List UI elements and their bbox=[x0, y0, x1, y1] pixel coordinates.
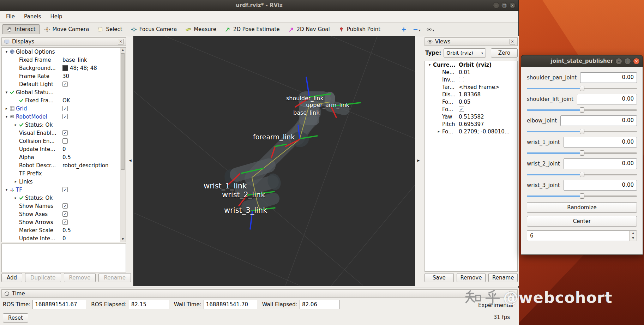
displays-panel-header[interactable]: Displays × bbox=[1, 37, 126, 46]
wrist-3-joint-value[interactable]: 0.00 bbox=[564, 180, 637, 191]
minimize-button[interactable]: – bbox=[615, 58, 622, 65]
tree-row-fixed-frame[interactable]: Fixed Framebase_link bbox=[2, 56, 126, 64]
expander-right-icon[interactable]: ▸ bbox=[13, 179, 18, 184]
expander-right-icon[interactable]: ▸ bbox=[13, 122, 18, 127]
rename-button[interactable]: Rename bbox=[488, 273, 518, 282]
tree-row-show-axes[interactable]: Show Axes✓ bbox=[2, 210, 126, 218]
tree-row-inv[interactable]: Inv... bbox=[425, 76, 517, 83]
slider-handle[interactable] bbox=[580, 86, 584, 91]
tree-row-fo[interactable]: Fo...✓ bbox=[425, 106, 517, 113]
tree-row-default-light[interactable]: Default Light✓ bbox=[2, 80, 126, 88]
scroll-down-icon[interactable]: ▼ bbox=[120, 237, 125, 242]
wrist-1-joint-value[interactable]: 0.00 bbox=[564, 137, 637, 148]
tree-row-pitch[interactable]: Pitch0.695397 bbox=[425, 120, 517, 128]
shoulder-pan-joint-value[interactable]: 0.00 bbox=[580, 72, 637, 83]
wrist-3-joint-slider[interactable] bbox=[527, 193, 637, 199]
tree-row-dis[interactable]: Dis...1.83368 bbox=[425, 91, 517, 98]
wall-time-field[interactable]: 1688891541.70 bbox=[204, 300, 257, 309]
tool-move-camera[interactable]: Move Camera bbox=[40, 24, 94, 34]
slider-handle[interactable] bbox=[580, 150, 584, 156]
collapse-left-panel-icon[interactable]: ◂ bbox=[128, 157, 133, 163]
tree-row-tf[interactable]: ▾TF✓ bbox=[2, 186, 126, 194]
randomize-button[interactable]: Randomize bbox=[527, 202, 637, 213]
tree-row-update-inte[interactable]: Update Inte...0 bbox=[2, 145, 126, 153]
checkbox-checked[interactable]: ✓ bbox=[62, 203, 68, 209]
spinner-down-icon[interactable]: ▼ bbox=[630, 236, 637, 241]
time-panel-header[interactable]: Time × bbox=[1, 289, 518, 298]
maximize-button[interactable]: □ bbox=[624, 58, 631, 65]
scrollbar[interactable]: ▲ ▼ bbox=[120, 48, 126, 242]
tree-row-frame-rate[interactable]: Frame Rate30 bbox=[2, 72, 126, 80]
expander-right-icon[interactable]: ▸ bbox=[436, 129, 441, 134]
tree-row-robotmodel[interactable]: ▾RobotModel✓ bbox=[2, 113, 126, 121]
add-tool-button[interactable] bbox=[401, 26, 407, 32]
view-type-combobox[interactable]: Orbit (rviz) ▾ bbox=[444, 48, 486, 58]
expander-down-icon[interactable]: ▾ bbox=[4, 49, 9, 54]
3d-viewport[interactable]: shoulder_linkupper_arm_linkbase_linkfore… bbox=[133, 36, 415, 286]
shoulder-pan-joint-slider[interactable] bbox=[527, 85, 637, 91]
slider-handle[interactable] bbox=[580, 193, 584, 199]
checkbox-checked[interactable]: ✓ bbox=[459, 107, 464, 112]
expander-down-icon[interactable]: ▾ bbox=[4, 187, 9, 192]
zero-button[interactable]: Zero bbox=[491, 48, 518, 58]
tree-row-global-statu[interactable]: ▾Global Statu... bbox=[2, 88, 126, 96]
checkbox-unchecked[interactable] bbox=[62, 138, 68, 144]
expander-down-icon[interactable]: ▾ bbox=[4, 114, 9, 119]
wrist-2-joint-value[interactable]: 0.00 bbox=[564, 158, 637, 169]
remove-tool-button[interactable]: ▾ bbox=[413, 26, 421, 32]
checkbox-checked[interactable]: ✓ bbox=[62, 106, 68, 111]
checkbox-checked[interactable]: ✓ bbox=[62, 82, 68, 87]
tree-row-background[interactable]: Background...48; 48; 48 bbox=[2, 64, 126, 72]
rviz-titlebar[interactable]: urdf.rviz* - RViz – □ × bbox=[0, 0, 518, 11]
remove-button[interactable]: Remove bbox=[457, 273, 486, 282]
maximize-button[interactable]: □ bbox=[501, 2, 507, 8]
tree-row-yaw[interactable]: Yaw0.513582 bbox=[425, 113, 517, 120]
tree-row-status-ok[interactable]: ▸Status: Ok bbox=[2, 194, 126, 202]
checkbox-unchecked[interactable] bbox=[459, 77, 464, 82]
reset-button[interactable]: Reset bbox=[3, 313, 28, 323]
tree-row-global-options[interactable]: ▾Global Options bbox=[2, 48, 126, 56]
tree-row-tar[interactable]: Tar...<Fixed Frame> bbox=[425, 83, 517, 91]
tree-row-status-ok[interactable]: ▸Status: Ok bbox=[2, 121, 126, 129]
expander-down-icon[interactable]: ▾ bbox=[427, 62, 432, 67]
minimize-button[interactable]: – bbox=[493, 2, 499, 8]
tool-publish-point[interactable]: Publish Point bbox=[334, 24, 385, 34]
tree-row-robot-descr[interactable]: Robot Descr...robot_description bbox=[2, 161, 126, 169]
spinner-up-icon[interactable]: ▲ bbox=[630, 231, 637, 236]
menu-help[interactable]: Help bbox=[46, 12, 67, 22]
tree-row-collision-en[interactable]: Collision En... bbox=[2, 137, 126, 145]
wall-elapsed-field[interactable]: 82.06 bbox=[300, 300, 340, 309]
scroll-up-icon[interactable]: ▲ bbox=[120, 48, 125, 53]
tool-focus-camera[interactable]: Focus Camera bbox=[127, 24, 181, 34]
view-config-button[interactable]: ▾ bbox=[426, 26, 434, 32]
collapse-right-panel-icon[interactable]: ▸ bbox=[416, 157, 421, 163]
tree-row-links[interactable]: ▸Links bbox=[2, 177, 126, 186]
jsp-titlebar[interactable]: joint_state_publisher – □ × bbox=[521, 55, 643, 67]
expander-down-icon[interactable]: ▾ bbox=[4, 90, 9, 95]
close-button[interactable]: × bbox=[633, 58, 640, 65]
wrist-1-joint-slider[interactable] bbox=[527, 150, 637, 156]
menu-panels[interactable]: Panels bbox=[19, 12, 46, 22]
shoulder-lift-joint-value[interactable]: 0.00 bbox=[577, 94, 637, 104]
tree-row-marker-scale[interactable]: Marker Scale0.5 bbox=[2, 226, 126, 234]
ros-time-field[interactable]: 1688891541.67 bbox=[32, 300, 86, 309]
add-button[interactable]: Add bbox=[1, 273, 22, 282]
views-panel-header[interactable]: Views × bbox=[425, 37, 518, 46]
tool-2d-pose-estimate[interactable]: 2D Pose Estimate bbox=[221, 24, 284, 34]
ros-elapsed-field[interactable]: 82.15 bbox=[129, 300, 169, 309]
tool-2d-nav-goal[interactable]: 2D Nav Goal bbox=[284, 24, 334, 34]
scrollbar-thumb[interactable] bbox=[121, 53, 125, 170]
center-button[interactable]: Center bbox=[527, 216, 637, 227]
tree-row-fixed-fra[interactable]: Fixed Fra...OK bbox=[2, 96, 126, 104]
checkbox-checked[interactable]: ✓ bbox=[62, 219, 68, 225]
wrist-2-joint-slider[interactable] bbox=[527, 171, 637, 177]
tree-row-show-names[interactable]: Show Names✓ bbox=[2, 202, 126, 210]
slider-handle[interactable] bbox=[580, 172, 584, 177]
elbow-joint-value[interactable]: 0.00 bbox=[560, 115, 637, 126]
tree-row-update-inte[interactable]: Update Inte...0 bbox=[2, 234, 126, 242]
close-panel-icon[interactable]: × bbox=[118, 39, 124, 44]
checkbox-checked[interactable]: ✓ bbox=[62, 211, 68, 217]
rate-spinner[interactable]: 6 ▲ ▼ bbox=[527, 230, 637, 241]
tree-row-curre[interactable]: ▾Curre...Orbit (rviz) bbox=[425, 61, 517, 68]
tool-interact[interactable]: Interact bbox=[2, 24, 40, 34]
